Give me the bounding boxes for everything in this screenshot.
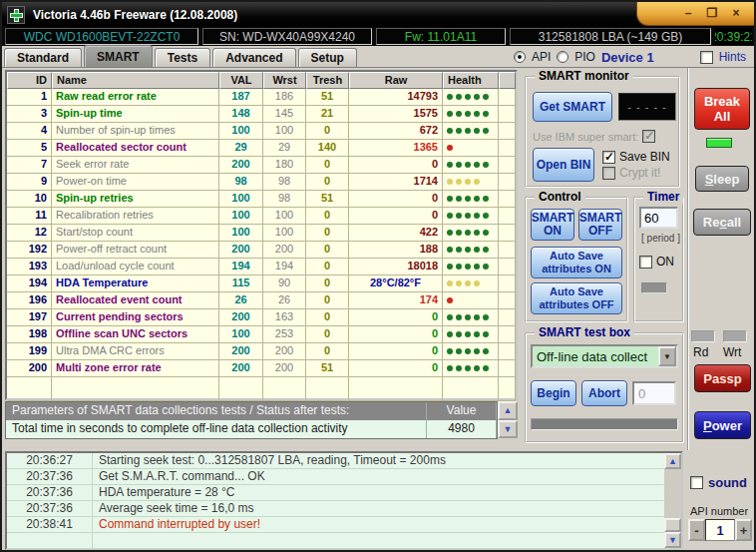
api-radio[interactable]: [514, 51, 526, 63]
device-label: Device 1: [601, 50, 654, 65]
table-row[interactable]: 5Reallocated sector count29291401365: [7, 140, 516, 157]
header-val[interactable]: VAL: [219, 72, 263, 89]
victoria-window: Victoria 4.46b Freeware (12.08.2008) – ❐…: [0, 0, 756, 552]
table-row[interactable]: 12Start/stop count1001000422: [7, 225, 516, 242]
log-row[interactable]: 20:37:36Get S.M.A.R.T. command... OK: [7, 469, 681, 485]
save-bin-checkbox[interactable]: [602, 151, 615, 164]
power-button[interactable]: Power: [694, 411, 751, 439]
tab-standard[interactable]: Standard: [4, 48, 82, 67]
attribute-name: Multi zone error rate: [52, 360, 219, 377]
log-time: 20:38:41: [7, 517, 93, 532]
break-led: [706, 138, 732, 148]
dropdown-arrow-icon[interactable]: ▼: [658, 346, 676, 366]
smart-params-table: Parameters of SMART data collections tes…: [5, 401, 498, 439]
params-header-label: Parameters of SMART data collections tes…: [6, 402, 427, 420]
header-tresh[interactable]: Tresh: [306, 72, 349, 89]
smart-off-button[interactable]: SMART OFF: [578, 209, 622, 241]
spinner-plus-button[interactable]: +: [735, 519, 752, 541]
minimize-button[interactable]: –: [680, 7, 696, 21]
sound-checkbox[interactable]: [690, 476, 703, 489]
header-name[interactable]: Name: [52, 72, 219, 89]
close-button[interactable]: ×: [728, 7, 744, 21]
health-dots-icon: [443, 343, 499, 360]
attribute-name: Spin-up retries: [52, 191, 219, 208]
header-wrst[interactable]: Wrst: [263, 72, 306, 89]
test-count-input[interactable]: [632, 381, 676, 405]
abort-button[interactable]: Abort: [581, 380, 627, 406]
hints-checkbox[interactable]: [700, 51, 713, 64]
attribute-name: Raw read error rate: [52, 89, 219, 106]
auto-save-on-button[interactable]: Auto Save attributes ON: [531, 247, 622, 278]
log-scroll-up-icon[interactable]: ▲: [664, 453, 681, 469]
title-bar[interactable]: Victoria 4.46b Freeware (12.08.2008) – ❐…: [2, 2, 754, 27]
header-spacer: [499, 72, 516, 89]
attribute-name: Ultra DMA CRC errors: [52, 343, 219, 360]
smart-on-button[interactable]: SMART ON: [531, 209, 574, 241]
health-dots-icon: [443, 123, 499, 140]
log-row[interactable]: 20:37:36HDA temperature = 28 °C: [7, 485, 681, 501]
table-row[interactable]: 193Load/unload cycle count194194018018: [7, 259, 516, 276]
table-row[interactable]: 3Spin-up time148145211575: [7, 106, 516, 123]
attribute-name: Power-off retract count: [52, 242, 219, 259]
log-row[interactable]: 20:36:27Starting seek test: 0...31258180…: [7, 453, 681, 469]
get-smart-button[interactable]: Get SMART: [533, 92, 612, 122]
break-all-button[interactable]: Break All: [694, 88, 750, 130]
table-row[interactable]: 198Offline scan UNC sectors10025300: [7, 326, 516, 343]
header-health[interactable]: Health: [443, 72, 499, 89]
maximize-button[interactable]: ❐: [704, 7, 720, 21]
sleep-button[interactable]: Sleep: [695, 166, 749, 192]
table-row[interactable]: 192Power-off retract count2002000188: [7, 242, 516, 259]
timer-on-checkbox[interactable]: [639, 256, 652, 269]
health-dots-icon: [443, 225, 499, 242]
table-row[interactable]: 10Spin-up retries10098510: [7, 191, 516, 208]
health-dots-icon: [443, 106, 499, 123]
api-radio-label: API: [532, 50, 551, 64]
table-row[interactable]: 194HDA Temperature11590028°C/82°F: [7, 276, 516, 292]
table-row[interactable]: 11Recalibration retries10010000: [7, 208, 516, 225]
params-row-label: Total time in seconds to complete off-li…: [6, 420, 427, 438]
tab-smart[interactable]: SMART: [84, 45, 153, 67]
pio-radio[interactable]: [557, 51, 568, 63]
smart-test-box-group: SMART test box Off-line data collect ▼ B…: [525, 332, 684, 443]
tab-tests[interactable]: Tests: [155, 48, 210, 67]
attribute-name: Recalibration retries: [52, 208, 219, 225]
table-row[interactable]: 200Multi zone error rate200200510: [7, 360, 516, 377]
password-button[interactable]: Passp: [694, 364, 751, 392]
log-scroll-thumb[interactable]: [664, 518, 681, 532]
tab-setup[interactable]: Setup: [298, 48, 357, 67]
smart-lcd-display: - - - - -: [618, 93, 676, 121]
table-row[interactable]: 197Current pending sectors20016300: [7, 309, 516, 326]
log-row[interactable]: 20:37:36Average seek time = 16,0 ms: [7, 501, 681, 517]
table-row[interactable]: 199Ultra DMA CRC errors20020000: [7, 343, 516, 360]
params-scroll-up-icon[interactable]: ▲: [498, 401, 518, 420]
header-id[interactable]: ID: [7, 72, 52, 89]
begin-button[interactable]: Begin: [531, 380, 576, 406]
smart-attributes-table: ID Name VAL Wrst Tresh Raw Health 1Raw r…: [5, 70, 518, 400]
table-row[interactable]: 7Seek error rate20018000: [7, 157, 516, 174]
recall-button[interactable]: Recall: [693, 209, 751, 236]
table-row[interactable]: 196Reallocated event count26260174: [7, 292, 516, 309]
sound-label: sound: [708, 475, 747, 490]
params-value-row[interactable]: Total time in seconds to complete off-li…: [6, 420, 497, 438]
api-number-spinner: - 1 +: [688, 519, 752, 541]
table-row[interactable]: 1Raw read error rate1871865114793: [7, 89, 516, 106]
write-led-label: Wrt: [723, 345, 741, 359]
header-raw[interactable]: Raw: [349, 72, 443, 89]
write-led: [723, 330, 747, 342]
smart-monitor-group: SMART monitor Get SMART - - - - - Use IB…: [525, 76, 680, 188]
open-bin-button[interactable]: Open BIN: [533, 148, 594, 182]
test-select-dropdown[interactable]: Off-line data collect ▼: [531, 344, 678, 368]
health-dots-icon: [443, 89, 499, 106]
timer-period-input[interactable]: [639, 207, 678, 229]
auto-save-off-button[interactable]: Auto Save attributes OFF: [531, 282, 622, 314]
table-row[interactable]: 9Power-on time989801714: [7, 174, 516, 191]
spinner-minus-button[interactable]: -: [688, 519, 705, 541]
table-row[interactable]: 4Number of spin-up times1001000672: [7, 123, 516, 140]
params-scroll-down-icon[interactable]: ▼: [498, 420, 518, 439]
log-row[interactable]: 20:38:41Command interrupted by user!: [7, 517, 681, 533]
drive-info-bar: WDC WD1600BEVT-22ZCT0 SN: WD-WX40A99X424…: [2, 27, 754, 46]
log-scroll-down-icon[interactable]: ▼: [664, 532, 681, 548]
tab-advanced[interactable]: Advanced: [212, 48, 295, 67]
params-header-value: Value: [427, 402, 497, 420]
params-header-row: Parameters of SMART data collections tes…: [6, 402, 497, 420]
